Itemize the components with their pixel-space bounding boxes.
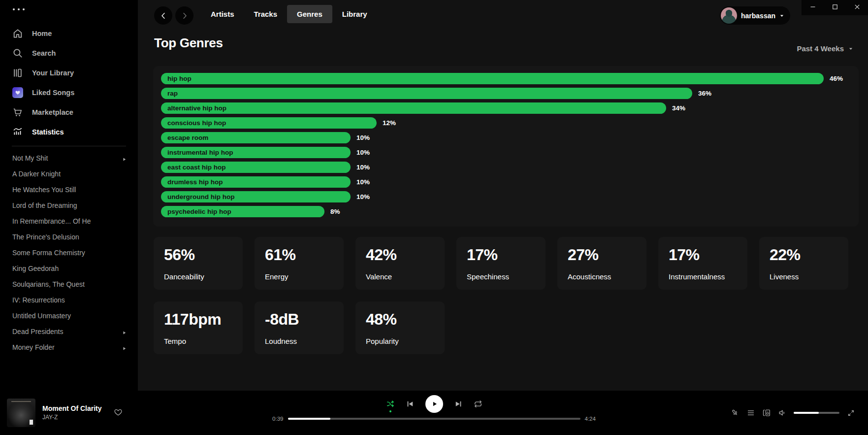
stat-value: 42% xyxy=(366,246,434,264)
genre-label: east coast hip hop xyxy=(167,164,226,171)
elapsed-time: 0:39 xyxy=(264,416,284,422)
stat-value: 27% xyxy=(568,246,636,264)
playlist-label: Dead Presidents xyxy=(12,328,64,335)
genre-label: rap xyxy=(167,90,178,97)
window-controls xyxy=(802,0,868,15)
playlist-item-soulqarians-the-quest[interactable]: Soulqarians, The Quest xyxy=(0,276,138,292)
stat-value: 61% xyxy=(265,246,333,264)
folder-expand-icon xyxy=(122,345,127,350)
shuffle-button[interactable] xyxy=(386,400,395,408)
playlist-item-a-darker-knight[interactable]: A Darker Knight xyxy=(0,166,138,182)
playlist-item-money-folder[interactable]: Money Folder xyxy=(0,339,138,355)
tab-library[interactable]: Library xyxy=(332,5,377,23)
maximize-button[interactable] xyxy=(828,2,842,13)
stat-label: Instrumentalness xyxy=(669,272,737,281)
genre-percent: 10% xyxy=(356,134,370,141)
genre-percent: 8% xyxy=(330,208,340,215)
sidebar-item-liked-songs[interactable]: Liked Songs xyxy=(0,83,138,102)
chart-bar-row: psychedelic hip hop8% xyxy=(161,206,851,217)
sidebar-item-search[interactable]: Search xyxy=(0,43,138,63)
sidebar-item-label: Liked Songs xyxy=(32,89,74,97)
chart-bar-row: hip hop46% xyxy=(161,73,851,84)
playlist-item-the-prince-s-delusion[interactable]: The Prince's Delusion xyxy=(0,229,138,245)
genre-bar: escape room xyxy=(161,132,351,143)
chart-bar-row: alternative hip hop34% xyxy=(161,102,851,114)
sidebar-item-your-library[interactable]: Your Library xyxy=(0,63,138,83)
stat-label: Acousticness xyxy=(568,272,636,281)
playlist-item-in-remembrance-of-he[interactable]: In Remembrance... Of He xyxy=(0,213,138,229)
playlist-label: IV: Resurrections xyxy=(12,296,65,304)
tab-tracks[interactable]: Tracks xyxy=(244,5,288,23)
sidebar-item-label: Search xyxy=(32,49,56,57)
play-button[interactable] xyxy=(425,395,443,413)
stat-label: Speechiness xyxy=(467,272,535,281)
playlist-label: The Prince's Delusion xyxy=(12,233,79,241)
user-menu[interactable]: harbassan xyxy=(720,6,790,25)
tab-genres[interactable]: Genres xyxy=(287,5,332,23)
home-icon xyxy=(12,28,23,39)
sidebar-nav: HomeSearchYour LibraryLiked SongsMarketp… xyxy=(0,24,138,142)
genre-percent: 34% xyxy=(672,104,685,112)
genre-bar: underground hip hop xyxy=(161,191,351,202)
stat-card-danceability: 56%Danceability xyxy=(154,237,243,290)
lyrics-mic-button[interactable] xyxy=(731,408,739,417)
stat-card-speechiness: 17%Speechiness xyxy=(456,237,546,290)
cart-icon xyxy=(12,107,23,118)
playlist-item-some-forma-chemistry[interactable]: Some Forma Chemistry xyxy=(0,245,138,261)
volume-slider[interactable] xyxy=(794,412,839,414)
play-icon xyxy=(430,400,439,408)
seek-bar[interactable] xyxy=(288,418,580,420)
app-menu-icon[interactable] xyxy=(13,8,25,10)
playlist-item-iv-resurrections[interactable]: IV: Resurrections xyxy=(0,292,138,308)
stat-card-instrumentalness: 17%Instrumentalness xyxy=(658,237,747,290)
stat-value: -8dB xyxy=(265,310,333,329)
previous-button[interactable] xyxy=(406,400,415,408)
back-button[interactable] xyxy=(154,6,172,25)
time-range-dropdown[interactable]: Past 4 Weeks xyxy=(797,44,853,53)
stat-label: Tempo xyxy=(164,337,232,345)
genre-bar: east coast hip hop xyxy=(161,162,351,173)
next-button[interactable] xyxy=(454,400,463,408)
now-playing-artist[interactable]: JAY-Z xyxy=(42,414,58,421)
playlist-item-king-geedorah[interactable]: King Geedorah xyxy=(0,261,138,276)
forward-button[interactable] xyxy=(175,6,193,25)
genre-bar: hip hop xyxy=(161,73,824,84)
tab-artists[interactable]: Artists xyxy=(201,5,244,23)
chart-bar-row: east coast hip hop10% xyxy=(161,162,851,173)
playlist-label: He Watches You Still xyxy=(12,186,76,194)
genre-label: hip hop xyxy=(167,75,192,82)
like-track-button[interactable] xyxy=(114,408,123,417)
fullscreen-button[interactable] xyxy=(846,408,855,417)
playlist-label: Not My Shit xyxy=(12,154,48,162)
connect-device-button[interactable] xyxy=(762,408,771,417)
close-button[interactable] xyxy=(850,2,865,13)
minimize-button[interactable] xyxy=(805,2,820,13)
playlist-item-untitled-unmastery[interactable]: Untitled Unmastery xyxy=(0,308,138,324)
repeat-button[interactable] xyxy=(474,400,482,408)
playlist-label: Some Forma Chemistry xyxy=(12,249,85,257)
playlist-item-he-watches-you-still[interactable]: He Watches You Still xyxy=(0,182,138,198)
genre-percent: 12% xyxy=(383,119,396,127)
stat-value: 17% xyxy=(669,246,737,264)
genre-bar: psychedelic hip hop xyxy=(161,206,324,217)
sidebar-item-marketplace[interactable]: Marketplace xyxy=(0,102,138,122)
stat-card-tempo: 117bpmTempo xyxy=(154,301,243,354)
chart-bar-row: conscious hip hop12% xyxy=(161,117,851,129)
connect-device-icon xyxy=(762,408,771,417)
playback-controls xyxy=(386,394,482,414)
sidebar-item-statistics[interactable]: Statistics xyxy=(0,122,138,142)
volume-button[interactable] xyxy=(778,408,787,417)
now-playing-title[interactable]: Moment Of Clarity xyxy=(42,404,102,412)
playlist-item-dead-presidents[interactable]: Dead Presidents xyxy=(0,324,138,339)
genre-percent: 46% xyxy=(830,75,843,82)
sidebar-item-label: Your Library xyxy=(32,69,74,77)
playlist-item-lord-of-the-dreaming[interactable]: Lord of the Dreaming xyxy=(0,198,138,213)
sidebar-item-home[interactable]: Home xyxy=(0,24,138,43)
chevron-left-icon xyxy=(159,11,168,20)
playlist-item-not-my-shit[interactable]: Not My Shit xyxy=(0,150,138,166)
genre-percent: 10% xyxy=(356,178,370,186)
genre-label: escape room xyxy=(167,134,208,141)
heart-icon xyxy=(114,408,123,417)
queue-button[interactable] xyxy=(746,408,755,417)
chevron-down-icon xyxy=(848,46,853,51)
